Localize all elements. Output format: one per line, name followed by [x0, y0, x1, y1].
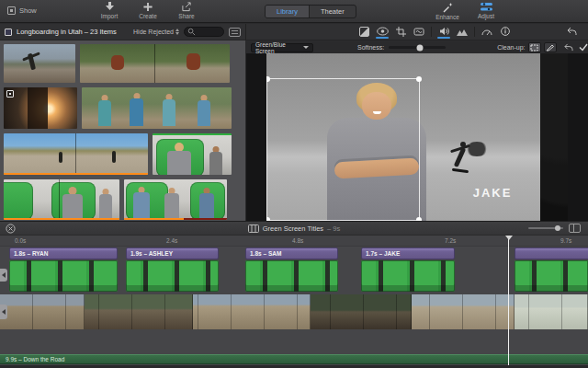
background-music-clip[interactable]: 9.9s – Down the Road: [0, 354, 588, 364]
timeline: 0.0s 2.4s 4.8s 7.2s 9.7s 1.8s – RYAN 1.9…: [0, 236, 588, 368]
undo-icon: [564, 43, 573, 52]
filmstrip-icon: [248, 224, 259, 233]
timeline-zoom-slider[interactable]: [528, 227, 563, 229]
share-icon: [181, 2, 192, 12]
browser-header: Longboarding in Utah – 23 Items Hide Rej…: [0, 24, 246, 40]
create-icon: [142, 2, 153, 12]
noise-reduction-icon: [457, 28, 468, 36]
undo-icon: [567, 27, 577, 36]
cleanup-label: Clean-up:: [497, 44, 525, 51]
zoom-slider-knob[interactable]: [555, 225, 560, 231]
library-theater-tabs: Library Theater: [265, 5, 356, 18]
clip-thumbnail-sun-flare[interactable]: [4, 87, 77, 129]
cleanup-crop-icon: [530, 44, 538, 52]
crop-icon: [396, 27, 406, 37]
favorite-marker: [4, 173, 148, 175]
crop-button[interactable]: [391, 25, 410, 40]
favorite-marker: [124, 218, 184, 220]
browser-title: Longboarding in Utah – 23 Items: [17, 28, 129, 36]
music-label: 9.9s – Down the Road: [6, 356, 64, 362]
greenscreen-clip-jake[interactable]: [361, 260, 455, 292]
favorite-marker: [4, 218, 119, 220]
playhead[interactable]: [508, 236, 509, 365]
greenscreen-clip-sam[interactable]: [245, 260, 338, 292]
keyword-badge-icon: [6, 90, 14, 98]
volume-icon: [439, 27, 449, 36]
ruler-label: 9.7s: [560, 237, 571, 244]
clip-thumbnail-greenscreen-jake[interactable]: [153, 133, 232, 175]
share-button[interactable]: Share: [173, 2, 200, 19]
stabilization-button[interactable]: [410, 25, 428, 39]
import-button[interactable]: Import: [96, 2, 123, 19]
greenscreen-clip-partial[interactable]: [514, 260, 588, 292]
selection-handle[interactable]: [416, 76, 422, 82]
clip-trim-handle[interactable]: [0, 305, 7, 319]
color-correction-button[interactable]: [373, 25, 391, 39]
clip-thumbnail-longboard-crouch[interactable]: [80, 44, 230, 83]
ruler-label: 2.4s: [166, 237, 177, 244]
clip-thumbnail-group-walking[interactable]: [82, 87, 232, 129]
adjust-label: Adjust: [478, 13, 494, 19]
background-skater: [447, 142, 474, 182]
overlay-mode-dropdown[interactable]: Green/Blue Screen: [251, 43, 313, 52]
main-video-track[interactable]: [0, 294, 588, 329]
noise-reduction-button[interactable]: [453, 26, 471, 39]
thumbnail-appearance-button[interactable]: [569, 224, 581, 233]
title-clip-ryan[interactable]: 1.8s – RYAN: [9, 247, 118, 259]
top-toolbar: Show Import Create Share Library Theater: [0, 0, 588, 23]
title-clip-ashley[interactable]: 1.9s – ASHLEY: [126, 247, 219, 259]
overlay-settings-bar: Green/Blue Screen Softness: Clean-up:: [246, 41, 588, 53]
dropdown-arrow-icon: [303, 46, 309, 49]
title-clip-partial[interactable]: [514, 247, 588, 259]
viewer-adjust-bar: [246, 24, 588, 40]
timeline-toolbar: Green Screen Titles – 9s: [0, 221, 588, 236]
tab-theater[interactable]: Theater: [310, 6, 356, 17]
ruler-label: 0.0s: [15, 237, 26, 244]
hide-rejected-label: Hide Rejected: [133, 29, 174, 35]
viewer-canvas[interactable]: JAKE: [266, 53, 568, 221]
enhance-button[interactable]: Enhance: [434, 2, 461, 20]
create-button[interactable]: Create: [134, 2, 162, 19]
clip-info-button[interactable]: [496, 25, 514, 39]
color-balance-button[interactable]: [355, 25, 373, 40]
adjust-tool-group: Enhance Adjust: [434, 2, 500, 20]
selection-handle[interactable]: [266, 76, 270, 82]
viewer: JAKE: [246, 53, 588, 221]
search-icon: [187, 28, 196, 36]
event-icon: [5, 29, 12, 36]
cleanup-crop-button[interactable]: [528, 42, 541, 52]
show-label: Show: [19, 6, 37, 15]
softness-label: Softness:: [357, 44, 384, 51]
title-clip-jake[interactable]: 1.7s – JAKE: [361, 247, 455, 259]
cleanup-eraser-button[interactable]: [544, 42, 557, 52]
show-button[interactable]: Show: [7, 6, 37, 15]
speed-button[interactable]: [478, 26, 496, 39]
cleanup-eraser-icon: [546, 43, 554, 52]
clip-thumbnail-road-riders[interactable]: [4, 133, 148, 175]
softness-slider[interactable]: [389, 46, 446, 49]
greenscreen-clip-ashley[interactable]: [126, 260, 219, 292]
apply-button[interactable]: [579, 43, 588, 52]
event-browser: [0, 40, 246, 221]
enhance-wand-icon: [442, 2, 453, 13]
softness-slider-knob[interactable]: [417, 44, 424, 51]
tab-library[interactable]: Library: [266, 6, 310, 17]
adjust-button[interactable]: Adjust: [472, 2, 500, 20]
clip-thumbnail-greenscreen-wide[interactable]: [4, 179, 119, 220]
clip-trim-handle[interactable]: [0, 269, 7, 282]
volume-button[interactable]: [435, 25, 453, 39]
clip-thumbnail-skater-trick[interactable]: [4, 44, 75, 83]
project-duration: – 9s: [327, 224, 340, 233]
hide-rejected-filter[interactable]: Hide Rejected: [133, 29, 179, 35]
title-clip-sam[interactable]: 1.8s – SAM: [245, 247, 338, 259]
crop-selection-rect[interactable]: [266, 78, 420, 221]
search-input[interactable]: [184, 27, 224, 37]
timeline-ruler[interactable]: 0.0s 2.4s 4.8s 7.2s 9.7s: [0, 236, 588, 247]
reset-overlay-button[interactable]: [564, 43, 573, 52]
reset-adjustments-button[interactable]: [562, 25, 581, 39]
clip-appearance-button[interactable]: [229, 28, 241, 37]
greenscreen-clip-ryan[interactable]: [9, 260, 118, 292]
imovie-window: Show Import Create Share Library Theater: [0, 0, 588, 368]
import-icon: [104, 2, 116, 12]
clip-thumbnail-greenscreen-trio[interactable]: [124, 179, 227, 220]
